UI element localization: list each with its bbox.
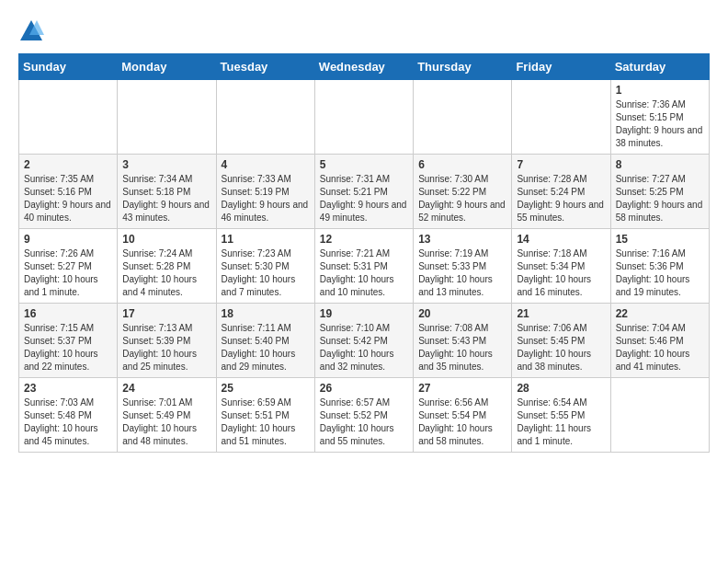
logo bbox=[18, 18, 48, 44]
calendar-cell: 13Sunrise: 7:19 AM Sunset: 5:33 PM Dayli… bbox=[414, 229, 512, 304]
day-info: Sunrise: 7:11 AM Sunset: 5:40 PM Dayligh… bbox=[222, 322, 310, 373]
calendar-week-row: 9Sunrise: 7:26 AM Sunset: 5:27 PM Daylig… bbox=[19, 229, 710, 304]
day-info: Sunrise: 7:33 AM Sunset: 5:19 PM Dayligh… bbox=[222, 173, 310, 224]
day-info: Sunrise: 7:10 AM Sunset: 5:42 PM Dayligh… bbox=[320, 322, 408, 373]
day-number: 26 bbox=[320, 382, 408, 395]
calendar-cell: 6Sunrise: 7:30 AM Sunset: 5:22 PM Daylig… bbox=[414, 155, 512, 229]
day-number: 18 bbox=[222, 307, 310, 320]
day-number: 17 bbox=[122, 307, 210, 320]
calendar-header-wednesday: Wednesday bbox=[314, 54, 413, 80]
day-info: Sunrise: 7:06 AM Sunset: 5:45 PM Dayligh… bbox=[517, 322, 605, 373]
day-info: Sunrise: 7:16 AM Sunset: 5:36 PM Dayligh… bbox=[616, 247, 704, 299]
day-info: Sunrise: 7:31 AM Sunset: 5:21 PM Dayligh… bbox=[320, 173, 408, 224]
day-number: 8 bbox=[616, 158, 704, 171]
calendar-cell: 20Sunrise: 7:08 AM Sunset: 5:43 PM Dayli… bbox=[414, 304, 512, 378]
day-number: 9 bbox=[24, 233, 112, 246]
calendar-cell: 27Sunrise: 6:56 AM Sunset: 5:54 PM Dayli… bbox=[414, 378, 512, 453]
calendar-cell: 25Sunrise: 6:59 AM Sunset: 5:51 PM Dayli… bbox=[216, 378, 314, 453]
day-number: 15 bbox=[616, 233, 704, 246]
calendar-header-tuesday: Tuesday bbox=[216, 54, 314, 80]
day-info: Sunrise: 7:28 AM Sunset: 5:24 PM Dayligh… bbox=[517, 173, 605, 224]
day-info: Sunrise: 7:27 AM Sunset: 5:25 PM Dayligh… bbox=[616, 173, 704, 224]
day-number: 23 bbox=[24, 382, 112, 395]
calendar-cell: 5Sunrise: 7:31 AM Sunset: 5:21 PM Daylig… bbox=[314, 155, 413, 229]
calendar-cell: 8Sunrise: 7:27 AM Sunset: 5:25 PM Daylig… bbox=[610, 155, 709, 229]
calendar-cell: 12Sunrise: 7:21 AM Sunset: 5:31 PM Dayli… bbox=[314, 229, 413, 304]
day-number: 24 bbox=[122, 382, 210, 395]
day-number: 10 bbox=[122, 233, 210, 246]
day-info: Sunrise: 7:04 AM Sunset: 5:46 PM Dayligh… bbox=[616, 322, 704, 373]
calendar-cell bbox=[216, 80, 314, 155]
calendar-cell bbox=[414, 80, 512, 155]
calendar-header-thursday: Thursday bbox=[414, 54, 512, 80]
day-info: Sunrise: 7:19 AM Sunset: 5:33 PM Dayligh… bbox=[418, 247, 506, 299]
day-number: 22 bbox=[616, 307, 704, 320]
calendar-cell: 4Sunrise: 7:33 AM Sunset: 5:19 PM Daylig… bbox=[216, 155, 314, 229]
calendar-header-monday: Monday bbox=[118, 54, 216, 80]
day-number: 12 bbox=[320, 233, 408, 246]
day-info: Sunrise: 7:15 AM Sunset: 5:37 PM Dayligh… bbox=[24, 322, 112, 373]
day-info: Sunrise: 7:34 AM Sunset: 5:18 PM Dayligh… bbox=[122, 173, 210, 224]
day-number: 21 bbox=[517, 307, 605, 320]
calendar-table: SundayMondayTuesdayWednesdayThursdayFrid… bbox=[18, 53, 710, 453]
day-info: Sunrise: 7:36 AM Sunset: 5:15 PM Dayligh… bbox=[616, 98, 704, 150]
day-info: Sunrise: 6:57 AM Sunset: 5:52 PM Dayligh… bbox=[320, 396, 408, 448]
calendar-cell bbox=[118, 80, 216, 155]
calendar-cell: 3Sunrise: 7:34 AM Sunset: 5:18 PM Daylig… bbox=[118, 155, 216, 229]
day-info: Sunrise: 7:13 AM Sunset: 5:39 PM Dayligh… bbox=[122, 322, 210, 373]
day-number: 14 bbox=[517, 233, 605, 246]
calendar-header-friday: Friday bbox=[512, 54, 610, 80]
calendar-cell: 17Sunrise: 7:13 AM Sunset: 5:39 PM Dayli… bbox=[118, 304, 216, 378]
day-number: 27 bbox=[418, 382, 506, 395]
calendar-cell bbox=[610, 378, 709, 453]
day-info: Sunrise: 7:03 AM Sunset: 5:48 PM Dayligh… bbox=[24, 396, 112, 448]
calendar-cell: 16Sunrise: 7:15 AM Sunset: 5:37 PM Dayli… bbox=[19, 304, 118, 378]
calendar-cell: 10Sunrise: 7:24 AM Sunset: 5:28 PM Dayli… bbox=[118, 229, 216, 304]
day-info: Sunrise: 6:59 AM Sunset: 5:51 PM Dayligh… bbox=[222, 396, 310, 448]
day-info: Sunrise: 7:30 AM Sunset: 5:22 PM Dayligh… bbox=[418, 173, 506, 224]
calendar-cell bbox=[512, 80, 610, 155]
calendar-week-row: 1Sunrise: 7:36 AM Sunset: 5:15 PM Daylig… bbox=[19, 80, 710, 155]
day-number: 4 bbox=[222, 158, 310, 171]
day-info: Sunrise: 7:35 AM Sunset: 5:16 PM Dayligh… bbox=[24, 173, 112, 224]
calendar-cell bbox=[314, 80, 413, 155]
calendar-cell: 26Sunrise: 6:57 AM Sunset: 5:52 PM Dayli… bbox=[314, 378, 413, 453]
page-header bbox=[18, 18, 710, 44]
calendar-cell: 9Sunrise: 7:26 AM Sunset: 5:27 PM Daylig… bbox=[19, 229, 118, 304]
day-info: Sunrise: 7:21 AM Sunset: 5:31 PM Dayligh… bbox=[320, 247, 408, 299]
calendar-week-row: 16Sunrise: 7:15 AM Sunset: 5:37 PM Dayli… bbox=[19, 304, 710, 378]
calendar-cell: 18Sunrise: 7:11 AM Sunset: 5:40 PM Dayli… bbox=[216, 304, 314, 378]
calendar-cell: 11Sunrise: 7:23 AM Sunset: 5:30 PM Dayli… bbox=[216, 229, 314, 304]
calendar-week-row: 2Sunrise: 7:35 AM Sunset: 5:16 PM Daylig… bbox=[19, 155, 710, 229]
calendar-cell bbox=[19, 80, 118, 155]
day-number: 28 bbox=[517, 382, 605, 395]
day-number: 25 bbox=[222, 382, 310, 395]
day-info: Sunrise: 6:56 AM Sunset: 5:54 PM Dayligh… bbox=[418, 396, 506, 448]
day-number: 16 bbox=[24, 307, 112, 320]
day-info: Sunrise: 7:01 AM Sunset: 5:49 PM Dayligh… bbox=[122, 396, 210, 448]
day-info: Sunrise: 7:23 AM Sunset: 5:30 PM Dayligh… bbox=[222, 247, 310, 299]
calendar-cell: 28Sunrise: 6:54 AM Sunset: 5:55 PM Dayli… bbox=[512, 378, 610, 453]
day-number: 5 bbox=[320, 158, 408, 171]
calendar-cell: 7Sunrise: 7:28 AM Sunset: 5:24 PM Daylig… bbox=[512, 155, 610, 229]
calendar-cell: 22Sunrise: 7:04 AM Sunset: 5:46 PM Dayli… bbox=[610, 304, 709, 378]
calendar-cell: 24Sunrise: 7:01 AM Sunset: 5:49 PM Dayli… bbox=[118, 378, 216, 453]
day-info: Sunrise: 7:18 AM Sunset: 5:34 PM Dayligh… bbox=[517, 247, 605, 299]
calendar-cell: 23Sunrise: 7:03 AM Sunset: 5:48 PM Dayli… bbox=[19, 378, 118, 453]
day-number: 7 bbox=[517, 158, 605, 171]
day-number: 11 bbox=[222, 233, 310, 246]
calendar-header-row: SundayMondayTuesdayWednesdayThursdayFrid… bbox=[19, 54, 710, 80]
day-info: Sunrise: 7:24 AM Sunset: 5:28 PM Dayligh… bbox=[122, 247, 210, 299]
calendar-cell: 2Sunrise: 7:35 AM Sunset: 5:16 PM Daylig… bbox=[19, 155, 118, 229]
day-info: Sunrise: 7:08 AM Sunset: 5:43 PM Dayligh… bbox=[418, 322, 506, 373]
day-number: 2 bbox=[24, 158, 112, 171]
calendar-header-sunday: Sunday bbox=[19, 54, 118, 80]
day-info: Sunrise: 7:26 AM Sunset: 5:27 PM Dayligh… bbox=[24, 247, 112, 299]
calendar-cell: 1Sunrise: 7:36 AM Sunset: 5:15 PM Daylig… bbox=[610, 80, 709, 155]
day-number: 20 bbox=[418, 307, 506, 320]
logo-icon bbox=[18, 18, 44, 44]
calendar-cell: 21Sunrise: 7:06 AM Sunset: 5:45 PM Dayli… bbox=[512, 304, 610, 378]
calendar-header-saturday: Saturday bbox=[610, 54, 709, 80]
calendar-cell: 19Sunrise: 7:10 AM Sunset: 5:42 PM Dayli… bbox=[314, 304, 413, 378]
calendar-week-row: 23Sunrise: 7:03 AM Sunset: 5:48 PM Dayli… bbox=[19, 378, 710, 453]
